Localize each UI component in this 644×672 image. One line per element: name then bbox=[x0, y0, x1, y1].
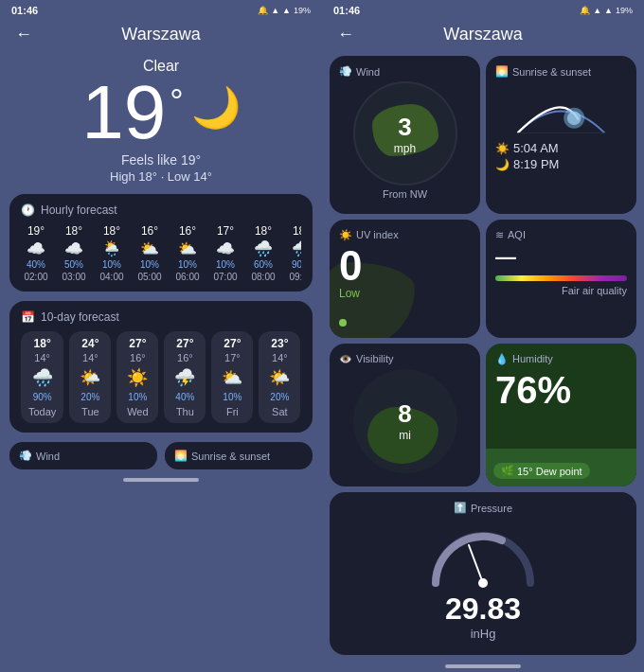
tenday-low: 14° bbox=[34, 352, 50, 363]
mini-wind-card[interactable]: 💨 Wind bbox=[9, 442, 157, 469]
tenday-icon: ⛅ bbox=[222, 367, 242, 388]
tenday-low: 14° bbox=[82, 352, 98, 363]
aqi-bar bbox=[495, 275, 627, 281]
right-panel: 01:46 🔔 ▲ ▲ 19% ← Warszawa 💨 Wind 3 mph … bbox=[322, 0, 644, 672]
tenday-item: 27° 16° ☀️ 10% Wed bbox=[116, 331, 158, 423]
tenday-item: 23° 14° 🌤️ 20% Sat bbox=[259, 331, 300, 423]
hourly-temp: 16° bbox=[179, 224, 196, 238]
uv-dot bbox=[339, 319, 347, 327]
status-icons-right: 🔔 ▲ ▲ 19% bbox=[580, 6, 633, 15]
tenday-day: Sat bbox=[272, 406, 288, 417]
visibility-label-icon: 👁️ bbox=[339, 353, 352, 365]
tenday-high: 18° bbox=[34, 337, 51, 350]
tenday-rain: 20% bbox=[80, 392, 99, 402]
left-panel: 01:46 🔔 ▲ ▲ 19% ← Warszawa Clear 19 ° 🌙 … bbox=[0, 0, 322, 672]
tenday-item: 27° 16° ⛈️ 40% Thu bbox=[164, 331, 206, 423]
feels-like: Feels like 19° bbox=[121, 152, 201, 168]
wifi-icon: ▲ bbox=[282, 6, 291, 15]
uv-label-icon: ☀️ bbox=[339, 229, 352, 241]
sunset-time: 8:19 PM bbox=[513, 157, 559, 171]
mini-wind-label: 💨 Wind bbox=[19, 450, 60, 462]
hourly-item: 19° ☁️ 40% 02:00 bbox=[21, 224, 51, 282]
hourly-item: 18° 🌧️ 60% 08:00 bbox=[248, 224, 278, 282]
hourly-scroll[interactable]: 19° ☁️ 40% 02:00 18° ☁️ 50% 03:00 18° 🌦️… bbox=[21, 224, 301, 282]
sunset-row: 🌙 8:19 PM bbox=[495, 157, 627, 171]
dew-point-icon: 🌿 bbox=[501, 465, 514, 477]
back-button-right[interactable]: ← bbox=[337, 25, 354, 44]
hourly-time: 03:00 bbox=[62, 272, 85, 282]
status-bar-left: 01:46 🔔 ▲ ▲ 19% bbox=[0, 0, 322, 21]
sunrise-row: ☀️ 5:04 AM bbox=[495, 141, 627, 155]
hourly-temp: 18° bbox=[65, 224, 82, 238]
visibility-value: 8 bbox=[398, 399, 411, 429]
hourly-icon: 🌧️ bbox=[254, 239, 273, 257]
tenday-high: 23° bbox=[271, 337, 288, 350]
hourly-time: 06:00 bbox=[175, 272, 199, 282]
hourly-title: Hourly forecast bbox=[41, 203, 117, 217]
signal-icon: ▲ bbox=[271, 6, 279, 15]
pressure-widget[interactable]: ⬆️ Pressure 29.83 inHg bbox=[330, 492, 636, 655]
wind-icon-mini: 💨 bbox=[19, 450, 32, 462]
back-button-left[interactable]: ← bbox=[15, 25, 32, 44]
wifi-icon-r: ▲ bbox=[604, 6, 613, 15]
tenday-icon: 🌤️ bbox=[80, 367, 100, 388]
weather-main: Clear 19 ° 🌙 Feels like 19° High 18° · L… bbox=[0, 50, 322, 189]
uv-level: Low bbox=[339, 287, 471, 300]
pressure-value: 29.83 bbox=[445, 592, 521, 627]
hourly-time: 05:00 bbox=[137, 272, 161, 282]
header-left: ← Warszawa bbox=[0, 21, 322, 50]
hourly-rain: 40% bbox=[27, 259, 45, 270]
battery-text-right: 19% bbox=[616, 6, 633, 15]
home-indicator-left bbox=[123, 478, 199, 482]
tenday-low: 17° bbox=[224, 352, 241, 363]
visibility-unit: mi bbox=[399, 429, 411, 442]
tenday-forecast-card: 📅 10-day forecast 18° 14° 🌧️ 90% Today 2… bbox=[9, 301, 313, 433]
tenday-scroll[interactable]: 18° 14° 🌧️ 90% Today 24° 14° 🌤️ 20% Tue … bbox=[21, 331, 301, 423]
hourly-icon: ☁️ bbox=[64, 239, 83, 257]
wind-speed: 3 bbox=[398, 113, 411, 142]
tenday-day: Wed bbox=[127, 406, 148, 417]
humidity-widget-label: 💧 Humidity bbox=[495, 353, 627, 365]
hourly-icon: ☁️ bbox=[216, 239, 235, 257]
tenday-day: Fri bbox=[226, 406, 239, 417]
hourly-item: 17° ☁️ 10% 07:00 bbox=[210, 224, 241, 282]
mini-sunrise-label: 🌅 Sunrise & sunset bbox=[174, 450, 270, 462]
hourly-time: 08:00 bbox=[251, 272, 275, 282]
high-low: High 18° · Low 14° bbox=[110, 169, 212, 184]
tenday-header: 📅 10-day forecast bbox=[21, 310, 301, 324]
visibility-widget[interactable]: 👁️ Visibility 8 mi bbox=[330, 344, 480, 487]
tenday-icon: 🌤️ bbox=[269, 367, 290, 388]
temp-row: 19 ° 🌙 bbox=[81, 75, 240, 150]
tenday-low: 16° bbox=[177, 352, 193, 363]
hourly-forecast-card: 🕐 Hourly forecast 19° ☁️ 40% 02:00 18° ☁… bbox=[9, 194, 313, 292]
visibility-widget-label: 👁️ Visibility bbox=[339, 353, 471, 365]
tenday-rain: 90% bbox=[33, 392, 52, 402]
header-right: ← Warszawa bbox=[322, 21, 644, 50]
aqi-label-icon: ≋ bbox=[495, 229, 504, 241]
aqi-widget[interactable]: ≋ AQI — Fair air quality bbox=[486, 220, 636, 338]
hourly-rain: 90% bbox=[292, 259, 301, 270]
tenday-low: 16° bbox=[130, 352, 146, 363]
hourly-icon: ⛅ bbox=[140, 239, 159, 257]
sunrise-widget[interactable]: 🌅 Sunrise & sunset ☀️ 5:04 AM 🌙 8:19 PM bbox=[486, 56, 636, 214]
humidity-label-icon: 💧 bbox=[495, 353, 509, 365]
sunrise-label-icon: 🌅 bbox=[495, 65, 509, 78]
tenday-low: 14° bbox=[272, 352, 288, 363]
aqi-widget-label: ≋ AQI bbox=[495, 229, 627, 241]
dew-point-badge: 🌿 15° Dew point bbox=[493, 463, 590, 479]
hourly-time: 09:00 bbox=[289, 272, 301, 282]
hourly-temp: 18° bbox=[103, 224, 120, 238]
svg-line-4 bbox=[469, 545, 483, 583]
mini-sunrise-card[interactable]: 🌅 Sunrise & sunset bbox=[165, 442, 313, 469]
uv-widget-label: ☀️ UV index bbox=[339, 229, 471, 241]
humidity-widget[interactable]: 💧 Humidity 76% 🌿 15° Dew point bbox=[486, 344, 636, 487]
home-indicator-right bbox=[445, 664, 521, 668]
notification-icon-r: 🔔 bbox=[580, 6, 590, 15]
tenday-high: 27° bbox=[176, 337, 193, 350]
hourly-temp: 17° bbox=[217, 224, 234, 238]
uv-widget[interactable]: ☀️ UV index 0 Low bbox=[330, 220, 480, 338]
tenday-rain: 20% bbox=[270, 392, 289, 402]
hourly-header: 🕐 Hourly forecast bbox=[21, 203, 301, 217]
hourly-rain: 10% bbox=[216, 259, 235, 270]
wind-widget[interactable]: 💨 Wind 3 mph From NW bbox=[330, 56, 480, 214]
